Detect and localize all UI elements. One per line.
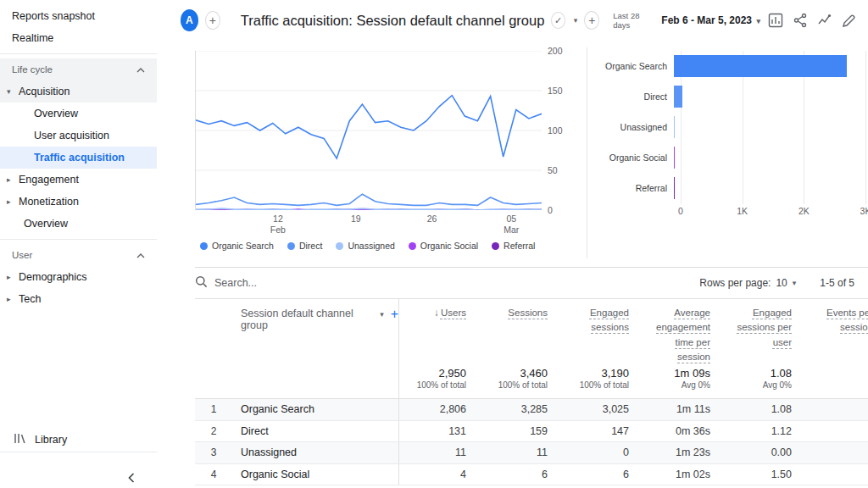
legend-item[interactable]: Unassigned: [336, 241, 394, 251]
add-report-button[interactable]: +: [584, 11, 599, 30]
y-tick-label: 100: [548, 125, 563, 136]
sidebar-item-engagement[interactable]: ▸ Engagement: [0, 169, 157, 191]
bar-category-label: Referral: [603, 183, 674, 193]
totals-users: 2,950: [413, 367, 466, 380]
table-body: 1 Organic Search 2,806 3,285 3,025 1m 11…: [195, 399, 868, 485]
share-icon[interactable]: [792, 9, 810, 31]
date-range-selector[interactable]: Feb 6 - Mar 5, 2023 ▾: [661, 14, 760, 26]
column-header-engaged-sessions-per-user[interactable]: Engaged sessions per user: [724, 299, 805, 367]
sidebar-item-traffic-acquisition[interactable]: Traffic acquisition: [0, 147, 157, 169]
x-tick-label: 05Mar: [504, 214, 519, 236]
bar[interactable]: [674, 86, 682, 108]
table-search[interactable]: [195, 275, 699, 291]
legend-item[interactable]: Referral: [492, 241, 535, 251]
sidebar-item-library[interactable]: Library: [0, 427, 157, 452]
legend-item[interactable]: Organic Search: [200, 241, 274, 251]
sidebar-item-acquisition-overview[interactable]: Overview: [0, 103, 157, 125]
comparison-avatar[interactable]: A: [181, 9, 198, 31]
caret-down-icon[interactable]: ▾: [574, 16, 578, 25]
search-input[interactable]: [214, 277, 401, 289]
dimension-selector[interactable]: Session default channel group ▾ +: [195, 299, 398, 367]
bar-x-tick-label: 0: [678, 206, 683, 216]
library-icon: [14, 432, 26, 447]
charts-panel: 050100150200 12Feb192605Mar Organic Sear…: [195, 41, 868, 268]
add-dimension-button[interactable]: +: [391, 308, 398, 321]
y-tick-label: 150: [548, 86, 563, 96]
bar-category-label: Organic Search: [603, 61, 674, 71]
x-tick-label: 26: [427, 214, 437, 225]
column-header-engaged-sessions[interactable]: Engaged sessions: [561, 299, 643, 367]
page-title: Traffic acquisition: Session default cha…: [241, 13, 545, 29]
table-row[interactable]: 3 Unassigned 11 11 0 1m 23s 0.00: [195, 442, 868, 464]
bar-category-label: Organic Social: [603, 152, 674, 163]
line-chart-plot[interactable]: [195, 51, 541, 210]
rows-per-page-select[interactable]: 10 ▾: [776, 277, 796, 289]
sidebar-item-reports-snapshot[interactable]: Reports snapshot: [0, 5, 157, 27]
date-range-preset-label: Last 28 days: [613, 11, 649, 30]
rows-per-page-label: Rows per page:: [699, 277, 771, 289]
bar-row[interactable]: Organic Search: [603, 51, 868, 81]
sidebar-item-acquisition[interactable]: ▾ Acquisition: [0, 80, 157, 103]
pagination-status: 1-5 of 5: [820, 277, 854, 289]
chevron-up-icon[interactable]: [136, 250, 145, 260]
line-chart: 050100150200 12Feb192605Mar Organic Sear…: [195, 41, 587, 267]
legend-item[interactable]: Organic Social: [409, 241, 478, 251]
legend-item[interactable]: Direct: [287, 241, 322, 251]
sidebar-item-user-acquisition[interactable]: User acquisition: [0, 125, 157, 147]
sidebar: Reports snapshot Realtime Life cycle ▾ A…: [0, 0, 157, 488]
add-comparison-button[interactable]: +: [205, 11, 220, 30]
bar-row[interactable]: Referral: [603, 173, 868, 203]
bar-row[interactable]: Direct: [603, 81, 868, 112]
chart-legend: Organic SearchDirectUnassignedOrganic So…: [195, 241, 587, 251]
caret-down-icon: ▾: [7, 87, 19, 96]
caret-right-icon: ▸: [7, 197, 19, 206]
line-chart-svg: [196, 51, 542, 210]
legend-dot: [492, 242, 499, 250]
sidebar-section-life-cycle[interactable]: Life cycle: [0, 58, 157, 80]
y-tick-label: 200: [548, 46, 563, 56]
rows-per-page: Rows per page: 10 ▾: [699, 277, 796, 289]
bar-row[interactable]: Organic Social: [603, 142, 868, 173]
insights-icon[interactable]: [815, 9, 833, 31]
table-controls: Rows per page: 10 ▾ 1-5 of 5: [195, 268, 868, 298]
chevron-up-icon[interactable]: [136, 64, 145, 75]
bar[interactable]: [674, 55, 847, 77]
main-area: A + Traffic acquisition: Session default…: [157, 0, 868, 488]
table-row[interactable]: 4 Organic Social 4 6 6 1m 02s 1.50: [195, 464, 868, 486]
sidebar-item-realtime[interactable]: Realtime: [0, 27, 157, 49]
bar-row[interactable]: Unassigned: [603, 112, 868, 142]
ga4-app: Reports snapshot Realtime Life cycle ▾ A…: [0, 0, 868, 488]
table-row[interactable]: 1 Organic Search 2,806 3,285 3,025 1m 11…: [195, 399, 868, 421]
check-circle-icon[interactable]: ✓: [551, 12, 565, 29]
channel-name: Organic Social: [232, 469, 398, 480]
bar[interactable]: [674, 147, 675, 169]
caret-down-icon: ▾: [756, 17, 760, 25]
legend-dot: [200, 242, 208, 250]
edit-pencil-icon[interactable]: [840, 9, 858, 31]
collapse-sidebar-icon[interactable]: [123, 469, 140, 486]
bar[interactable]: [674, 116, 675, 138]
sidebar-section-user[interactable]: User: [0, 244, 157, 266]
bar[interactable]: [674, 177, 675, 199]
legend-dot: [287, 242, 295, 250]
sidebar-item-overview[interactable]: Overview: [0, 213, 157, 235]
column-header-users[interactable]: ↓Users: [398, 299, 480, 367]
bar-x-tick-label: 3K: [860, 206, 868, 216]
sidebar-item-monetization[interactable]: ▸ Monetization: [0, 191, 157, 213]
sidebar-divider: [0, 239, 157, 240]
legend-dot: [336, 242, 343, 250]
table-row[interactable]: 2 Direct 131 159 147 0m 36s 1.12: [195, 421, 868, 443]
column-header-sessions[interactable]: Sessions: [480, 299, 561, 367]
y-tick-label: 0: [548, 205, 553, 215]
table-totals-row: 2,950100% of total 3,460100% of total 3,…: [195, 367, 868, 399]
column-header-events-per-session[interactable]: Events per session: [805, 299, 868, 367]
channel-name: Direct: [232, 425, 398, 437]
sidebar-item-tech[interactable]: ▸ Tech: [0, 288, 157, 310]
bar-chart-x-axis: 01K2K3K: [603, 204, 868, 218]
bar-chart-body[interactable]: Organic SearchDirectUnassignedOrganic So…: [603, 51, 868, 204]
column-header-avg-engagement-time[interactable]: Average engagement time per session: [643, 299, 724, 367]
customize-report-icon[interactable]: [767, 9, 785, 31]
totals-avg-engagement-time: 1m 09s: [656, 367, 710, 380]
sidebar-item-demographics[interactable]: ▸ Demographics: [0, 266, 157, 288]
line-chart-y-axis: 050100150200: [548, 51, 576, 210]
